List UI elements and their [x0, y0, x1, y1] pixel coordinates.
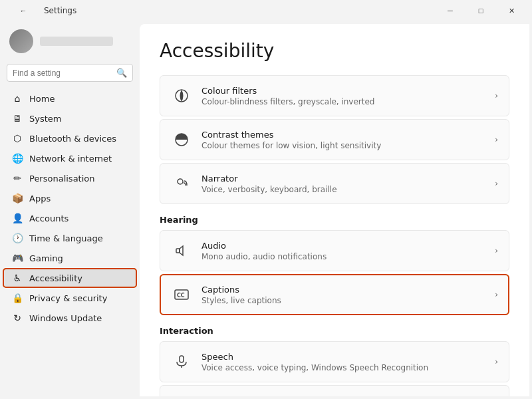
item-title-keyboard: Keyboard [201, 396, 403, 397]
settings-item-captions[interactable]: CCCaptionsStyles, live captions› [160, 274, 509, 315]
content-area: Accessibility Colour filtersColour-blind… [140, 24, 529, 396]
avatar [9, 29, 33, 53]
item-icon-audio [171, 240, 192, 261]
item-title-narrator: Narrator [201, 174, 337, 184]
sidebar-label-windows-update: Windows Update [29, 313, 102, 323]
item-subtitle-colour-filters: Colour-blindness filters, greyscale, inv… [201, 97, 375, 106]
item-text-speech: SpeechVoice access, voice typing, Window… [201, 352, 428, 372]
sidebar-label-bluetooth: Bluetooth & devices [29, 134, 116, 144]
item-title-audio: Audio [201, 241, 327, 251]
sidebar-item-privacy[interactable]: 🔒Privacy & security [3, 288, 137, 308]
settings-item-contrast-themes[interactable]: Contrast themesColour themes for low vis… [160, 119, 509, 160]
item-left-audio: AudioMono audio, audio notifications [171, 240, 327, 261]
nav-icon-home: ⌂ [12, 93, 23, 104]
item-icon-speech [171, 351, 192, 372]
sidebar-item-time[interactable]: 🕐Time & language [3, 228, 137, 248]
item-subtitle-captions: Styles, live captions [201, 296, 281, 305]
titlebar-controls: ─ □ ✕ [435, 0, 527, 21]
titlebar: ← Settings ─ □ ✕ [0, 0, 532, 21]
sidebar-item-accessibility[interactable]: ♿Accessibility [3, 268, 137, 288]
item-title-speech: Speech [201, 352, 428, 362]
nav-list: ⌂Home🖥System⬡Bluetooth & devices🌐Network… [0, 88, 140, 328]
chevron-icon-captions: › [495, 290, 498, 299]
item-left-keyboard: KeyboardSticky, Filter, and Toggle keys,… [171, 395, 403, 396]
nav-icon-windows-update: ↻ [12, 313, 23, 323]
item-icon-colour-filters [171, 85, 192, 106]
sidebar-item-home[interactable]: ⌂Home [3, 88, 137, 108]
chevron-icon-contrast-themes: › [495, 135, 498, 144]
chevron-icon-narrator: › [495, 179, 498, 188]
close-button[interactable]: ✕ [496, 0, 527, 21]
minimize-button[interactable]: ─ [435, 0, 466, 21]
item-left-narrator: NarratorVoice, verbosity, keyboard, brai… [171, 173, 337, 194]
item-text-colour-filters: Colour filtersColour-blindness filters, … [201, 86, 375, 106]
item-subtitle-narrator: Voice, verbosity, keyboard, braille [201, 185, 337, 194]
sidebar-label-accessibility: Accessibility [29, 273, 82, 283]
sidebar-item-apps[interactable]: 📦Apps [3, 188, 137, 208]
settings-item-speech[interactable]: SpeechVoice access, voice typing, Window… [160, 341, 509, 382]
item-left-contrast-themes: Contrast themesColour themes for low vis… [171, 129, 381, 150]
page-title: Accessibility [160, 40, 509, 62]
sidebar-item-windows-update[interactable]: ↻Windows Update [3, 308, 137, 328]
item-text-keyboard: KeyboardSticky, Filter, and Toggle keys,… [201, 396, 403, 397]
sidebar-label-home: Home [29, 94, 55, 104]
nav-icon-apps: 📦 [12, 193, 23, 203]
profile-name [40, 37, 113, 46]
item-title-contrast-themes: Contrast themes [201, 130, 381, 140]
search-icon: 🔍 [116, 68, 127, 78]
sidebar-item-bluetooth[interactable]: ⬡Bluetooth & devices [3, 128, 137, 148]
titlebar-title: Settings [44, 6, 76, 15]
sidebar-item-personalisation[interactable]: ✏Personalisation [3, 168, 137, 188]
section-label-interaction: Interaction [160, 326, 509, 336]
sidebar-label-privacy: Privacy & security [29, 293, 107, 303]
sidebar-item-system[interactable]: 🖥System [3, 108, 137, 128]
sidebar-item-network[interactable]: 🌐Network & internet [3, 148, 137, 168]
section-label-hearing: Hearing [160, 215, 509, 225]
settings-item-audio[interactable]: AudioMono audio, audio notifications› [160, 230, 509, 271]
sidebar-label-network: Network & internet [29, 154, 112, 164]
item-left-colour-filters: Colour filtersColour-blindness filters, … [171, 85, 375, 106]
item-icon-contrast-themes [171, 129, 192, 150]
item-text-narrator: NarratorVoice, verbosity, keyboard, brai… [201, 174, 337, 194]
item-left-captions: CCCaptionsStyles, live captions [171, 284, 281, 305]
nav-icon-system: 🖥 [12, 113, 23, 124]
svg-point-2 [178, 179, 183, 184]
search-box[interactable]: 🔍 [7, 64, 133, 82]
chevron-icon-audio: › [495, 246, 498, 255]
chevron-icon-colour-filters: › [495, 91, 498, 100]
item-subtitle-audio: Mono audio, audio notifications [201, 252, 327, 261]
nav-icon-accounts: 👤 [12, 213, 23, 223]
item-icon-narrator [171, 173, 192, 194]
back-button[interactable]: ← [8, 0, 39, 21]
nav-icon-bluetooth: ⬡ [12, 133, 23, 144]
titlebar-left: ← Settings [8, 0, 76, 21]
sidebar-label-personalisation: Personalisation [29, 174, 95, 184]
sidebar-item-accounts[interactable]: 👤Accounts [3, 208, 137, 228]
nav-icon-time: 🕐 [12, 233, 23, 243]
svg-rect-6 [180, 356, 184, 362]
maximize-button[interactable]: □ [466, 0, 496, 21]
settings-sections: Colour filtersColour-blindness filters, … [160, 75, 509, 396]
item-text-audio: AudioMono audio, audio notifications [201, 241, 327, 261]
nav-icon-personalisation: ✏ [12, 173, 23, 184]
sidebar: 🔍 ⌂Home🖥System⬡Bluetooth & devices🌐Netwo… [0, 21, 140, 399]
item-title-colour-filters: Colour filters [201, 86, 375, 96]
sidebar-label-apps: Apps [29, 194, 51, 203]
settings-item-keyboard[interactable]: KeyboardSticky, Filter, and Toggle keys,… [160, 385, 509, 396]
item-title-captions: Captions [201, 285, 281, 295]
sidebar-item-gaming[interactable]: 🎮Gaming [3, 248, 137, 268]
svg-text:CC: CC [177, 293, 185, 299]
nav-icon-gaming: 🎮 [12, 253, 23, 263]
sidebar-label-system: System [29, 114, 61, 124]
profile-section [0, 21, 140, 61]
item-icon-keyboard [171, 395, 192, 396]
search-input[interactable] [13, 68, 112, 78]
nav-icon-privacy: 🔒 [12, 293, 23, 303]
chevron-icon-speech: › [495, 357, 498, 366]
settings-item-colour-filters[interactable]: Colour filtersColour-blindness filters, … [160, 75, 509, 116]
sidebar-label-gaming: Gaming [29, 253, 63, 263]
app-body: 🔍 ⌂Home🖥System⬡Bluetooth & devices🌐Netwo… [0, 21, 532, 399]
nav-icon-accessibility: ♿ [12, 273, 23, 283]
settings-item-narrator[interactable]: NarratorVoice, verbosity, keyboard, brai… [160, 163, 509, 204]
item-icon-captions: CC [171, 284, 192, 305]
